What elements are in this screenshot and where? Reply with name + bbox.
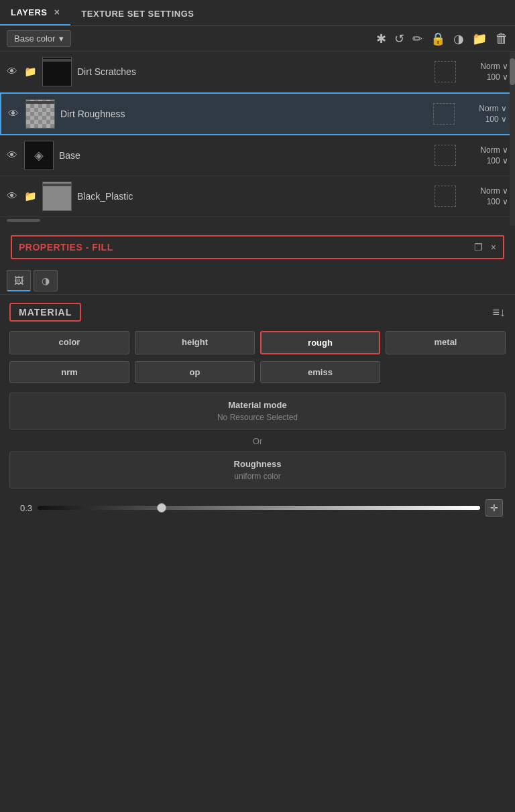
layer-thumbnail	[42, 182, 72, 211]
properties-header: PROPERTIES - FILL ❐ ×	[11, 235, 504, 259]
properties-icons: ❐ ×	[474, 242, 496, 253]
trash-icon[interactable]: 🗑	[495, 31, 508, 46]
tab-layers[interactable]: LAYERS ×	[0, 0, 70, 25]
layer-item[interactable]: 👁 Dirt Roughness Norm ∨ 100 ∨	[0, 92, 515, 135]
visibility-icon[interactable]: 👁	[7, 66, 19, 78]
channel-color-btn[interactable]: color	[9, 331, 129, 354]
lock-icon[interactable]: 🔒	[431, 31, 445, 46]
tab-layers-close[interactable]: ×	[54, 7, 60, 17]
slider-area: 0.3 ✛	[9, 495, 506, 521]
channel-emiss-btn[interactable]: emiss	[260, 361, 380, 383]
opacity-value[interactable]: 100 ∨	[485, 115, 507, 124]
duplicate-icon[interactable]: ❐	[474, 242, 483, 253]
layer-item[interactable]: 👁 📁 Dirt Scratches Norm ∨ 100 ∨	[0, 52, 515, 92]
visibility-icon[interactable]: 👁	[7, 190, 19, 202]
roughness-subtitle: uniform color	[19, 472, 496, 481]
tab-texture-set-label: TEXTURE SET SETTINGS	[81, 9, 194, 19]
channel-empty-btn	[386, 361, 506, 383]
tab-layers-label: LAYERS	[11, 7, 48, 17]
magic-icon[interactable]: ✱	[376, 31, 386, 46]
layer-name: Black_Plastic	[77, 191, 429, 202]
layer-name: Dirt Roughness	[60, 109, 428, 119]
material-mode-title: Material mode	[19, 400, 496, 410]
channel-nrm-btn[interactable]: nrm	[9, 361, 129, 383]
layer-blend-opacity: Norm ∨ 100 ∨	[461, 186, 508, 206]
channels-row1: color height rough metal	[9, 331, 506, 354]
layer-item[interactable]: 👁 ◈ Base Norm ∨ 100 ∨	[0, 135, 515, 176]
layer-blend-opacity: Norm ∨ 100 ∨	[460, 104, 507, 124]
slider-value: 0.3	[12, 503, 32, 513]
vertical-scrollbar[interactable]	[510, 52, 515, 226]
properties-panel: PROPERTIES - FILL ❐ × 🖼 ◑ MATERIAL ≡↓ co…	[0, 227, 515, 529]
blend-mode[interactable]: Norm ∨	[480, 186, 508, 196]
properties-title: PROPERTIES - FILL	[19, 242, 113, 253]
layer-blend-opacity: Norm ∨ 100 ∨	[461, 62, 508, 82]
fill-props-icon: 🖼	[14, 275, 23, 286]
layer-mask-box	[435, 61, 456, 82]
layers-panel: 👁 📁 Dirt Scratches Norm ∨ 100 ∨ 👁 Dirt R…	[0, 52, 515, 226]
half-circle-icon[interactable]: ◑	[453, 31, 464, 46]
layer-mask-box	[435, 186, 456, 207]
layer-mask-box	[435, 145, 456, 166]
folder-icon[interactable]: 📁	[472, 31, 487, 46]
prop-tabs: 🖼 ◑	[0, 267, 515, 295]
layer-item[interactable]: 👁 📁 Black_Plastic Norm ∨ 100 ∨	[0, 176, 515, 217]
move-icon[interactable]: ✛	[485, 499, 503, 517]
layer-mask-box	[433, 103, 455, 125]
layer-thumbnail	[25, 99, 55, 129]
base-color-label: Base color	[14, 33, 55, 44]
roughness-box[interactable]: Roughness uniform color	[9, 452, 506, 488]
dropdown-arrow-icon: ▾	[59, 33, 64, 44]
layer-thumbnail: ◈	[24, 141, 54, 170]
material-section: MATERIAL ≡↓ color height rough metal nrm…	[0, 295, 515, 529]
undo-icon[interactable]: ↺	[394, 31, 404, 46]
material-header: MATERIAL ≡↓	[9, 303, 506, 322]
layer-thumbnail	[42, 57, 72, 86]
visibility-icon[interactable]: 👁	[8, 108, 20, 120]
base-color-dropdown[interactable]: Base color ▾	[7, 30, 71, 47]
tab-texture-set[interactable]: TEXTURE SET SETTINGS	[70, 2, 205, 25]
blend-mode[interactable]: Norm ∨	[480, 62, 508, 71]
pen-icon[interactable]: ✏	[412, 31, 422, 46]
material-label: MATERIAL	[9, 303, 81, 322]
channels-row2: nrm op emiss	[9, 361, 506, 383]
opacity-value[interactable]: 100 ∨	[487, 156, 508, 165]
blend-mode[interactable]: Norm ∨	[479, 104, 507, 113]
tab-fill-props[interactable]: 🖼	[7, 270, 31, 291]
layer-folder-icon: 📁	[24, 190, 37, 202]
roughness-title: Roughness	[19, 459, 496, 469]
layer-blend-opacity: Norm ∨ 100 ∨	[461, 145, 508, 165]
material-mode-box[interactable]: Material mode No Resource Selected	[9, 393, 506, 429]
roughness-slider[interactable]	[38, 506, 480, 510]
channel-op-btn[interactable]: op	[135, 361, 255, 383]
tab-material-props[interactable]: ◑	[34, 270, 58, 291]
layer-folder-icon: 📁	[24, 66, 37, 78]
material-mode-subtitle: No Resource Selected	[19, 413, 496, 422]
fill-icon: ◈	[34, 148, 44, 163]
toolbar: Base color ▾ ✱ ↺ ✏ 🔒 ◑ 📁 🗑	[0, 26, 515, 52]
filter-icon[interactable]: ≡↓	[492, 306, 506, 320]
channel-height-btn[interactable]: height	[135, 331, 255, 354]
close-icon[interactable]: ×	[491, 242, 496, 253]
toolbar-icons: ✱ ↺ ✏ 🔒 ◑ 📁 🗑	[376, 31, 508, 46]
visibility-icon[interactable]: 👁	[7, 149, 19, 161]
header-tabs: LAYERS × TEXTURE SET SETTINGS	[0, 0, 515, 26]
channel-metal-btn[interactable]: metal	[386, 331, 506, 354]
layer-name: Dirt Scratches	[77, 66, 429, 77]
channel-rough-btn[interactable]: rough	[260, 331, 380, 354]
opacity-value[interactable]: 100 ∨	[487, 72, 508, 82]
opacity-value[interactable]: 100 ∨	[487, 197, 508, 206]
slider-thumb[interactable]	[157, 503, 166, 513]
or-divider: Or	[9, 436, 506, 446]
material-props-icon: ◑	[42, 275, 50, 286]
blend-mode[interactable]: Norm ∨	[480, 145, 508, 155]
layer-name: Base	[59, 150, 429, 161]
